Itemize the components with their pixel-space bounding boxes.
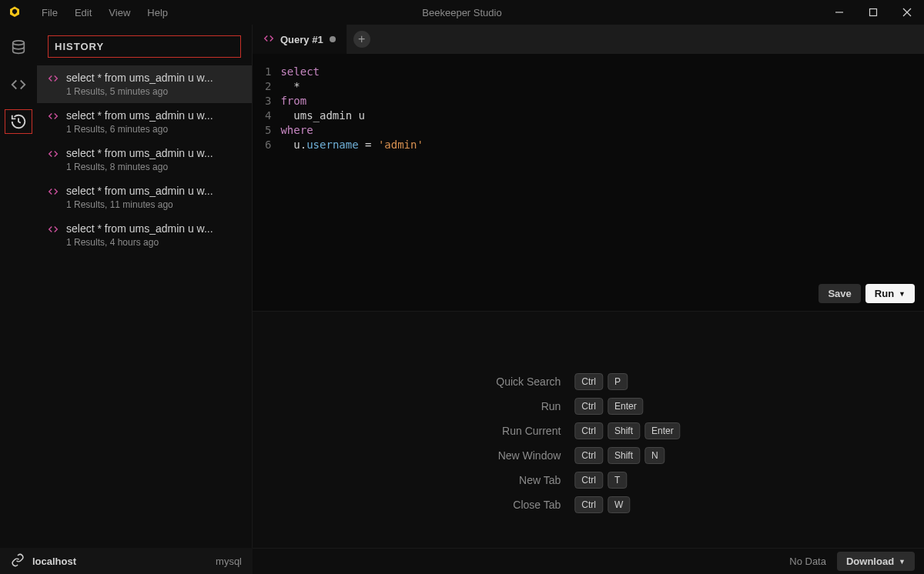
tab-label: Query #1	[280, 34, 323, 45]
history-item[interactable]: select * from ums_admin u w...1 Results,…	[37, 65, 252, 103]
kbd-key: Shift	[608, 422, 640, 439]
tab-dirty-indicator	[330, 36, 336, 42]
shortcut-label: Run Current	[496, 425, 561, 437]
connection-host: localhost	[32, 556, 76, 567]
shortcut-label: Quick Search	[496, 375, 561, 388]
sidebar-header: HISTORY	[48, 35, 241, 58]
kbd-key: T	[608, 472, 627, 489]
history-meta-text: 1 Results, 8 minutes ago	[66, 162, 241, 172]
shortcut-keys: CtrlShiftN	[574, 447, 680, 464]
menu-help[interactable]: Help	[139, 4, 176, 22]
history-item[interactable]: select * from ums_admin u w...1 Results,…	[37, 216, 252, 254]
shortcut-keys: CtrlT	[574, 472, 680, 489]
history-query-text: select * from ums_admin u w...	[66, 185, 241, 197]
history-item[interactable]: select * from ums_admin u w...1 Results,…	[37, 179, 252, 216]
titlebar: File Edit View Help Beekeeper Studio	[0, 0, 924, 25]
window-minimize-button[interactable]	[822, 0, 856, 25]
kbd-key: Ctrl	[574, 422, 603, 439]
code-icon	[48, 73, 60, 97]
kbd-key: Enter	[608, 398, 644, 415]
svg-point-4	[13, 41, 25, 45]
status-bar-connection: localhost mysql	[0, 548, 253, 574]
results-panel: Quick SearchCtrlPRunCtrlEnterRun Current…	[253, 312, 924, 574]
history-query-text: select * from ums_admin u w...	[66, 109, 241, 122]
kbd-key: Ctrl	[574, 496, 603, 513]
code-icon	[263, 33, 274, 46]
history-query-text: select * from ums_admin u w...	[66, 222, 241, 235]
sidebar-history: HISTORY select * from ums_admin u w...1 …	[37, 25, 253, 574]
kbd-key: Enter	[644, 422, 681, 439]
shortcut-keys: CtrlShiftEnter	[574, 422, 680, 439]
history-meta-text: 1 Results, 5 minutes ago	[66, 86, 241, 97]
status-bar-results: No Data Download▼	[253, 548, 924, 574]
history-query-text: select * from ums_admin u w...	[66, 72, 241, 84]
results-status: No Data	[789, 556, 826, 567]
history-icon[interactable]	[5, 109, 32, 134]
history-meta-text: 1 Results, 6 minutes ago	[66, 124, 241, 135]
window-controls	[822, 0, 924, 25]
shortcut-keys: CtrlEnter	[574, 398, 680, 415]
run-button[interactable]: Run▼	[865, 284, 915, 303]
kbd-key: Ctrl	[574, 472, 603, 489]
history-query-text: select * from ums_admin u w...	[66, 147, 241, 159]
window-close-button[interactable]	[890, 0, 924, 25]
code-icon[interactable]	[5, 72, 32, 97]
shortcut-label: Run	[496, 400, 561, 412]
menu-view[interactable]: View	[101, 4, 138, 22]
kbd-key: Ctrl	[574, 447, 603, 464]
app-title: Beekeeper Studio	[422, 7, 501, 18]
window-maximize-button[interactable]	[856, 0, 890, 25]
history-meta-text: 1 Results, 11 minutes ago	[66, 199, 241, 210]
connection-db-type: mysql	[216, 556, 242, 567]
shortcut-keys: CtrlW	[574, 496, 680, 513]
code-icon	[48, 186, 60, 210]
shortcut-label: New Tab	[496, 474, 561, 486]
app-logo-icon	[8, 5, 22, 19]
tab-bar: Query #1 +	[253, 25, 924, 54]
tab-query-1[interactable]: Query #1	[253, 25, 347, 54]
shortcut-label: Close Tab	[496, 499, 561, 511]
kbd-key: Ctrl	[574, 373, 603, 390]
menu-bar: File Edit View Help	[34, 4, 176, 22]
menu-file[interactable]: File	[34, 4, 65, 22]
plus-icon: +	[353, 31, 370, 48]
kbd-key: Shift	[608, 447, 640, 464]
save-button[interactable]: Save	[819, 284, 860, 303]
history-item[interactable]: select * from ums_admin u w...1 Results,…	[37, 141, 252, 179]
chevron-down-icon: ▼	[899, 558, 906, 566]
database-icon[interactable]	[5, 35, 32, 60]
tab-add-button[interactable]: +	[347, 25, 377, 54]
code-icon	[48, 149, 60, 172]
svg-rect-1	[870, 9, 877, 16]
shortcut-keys: CtrlP	[574, 373, 680, 390]
download-button[interactable]: Download▼	[837, 552, 915, 571]
history-meta-text: 1 Results, 4 hours ago	[66, 237, 241, 248]
activity-bar	[0, 25, 37, 574]
query-editor[interactable]: 123456 select *from ums_admin uwhere u.u…	[253, 54, 924, 312]
kbd-key: P	[608, 373, 628, 390]
kbd-key: Ctrl	[574, 398, 603, 415]
content-area: Query #1 + 123456 select *from ums_admin…	[253, 25, 924, 574]
menu-edit[interactable]: Edit	[67, 4, 99, 22]
code-icon	[48, 224, 60, 248]
code-icon	[48, 111, 60, 135]
link-icon	[11, 553, 25, 569]
shortcut-label: New Window	[496, 449, 561, 462]
chevron-down-icon: ▼	[899, 290, 906, 298]
kbd-key: N	[644, 447, 665, 464]
history-item[interactable]: select * from ums_admin u w...1 Results,…	[37, 103, 252, 141]
kbd-key: W	[608, 496, 630, 513]
